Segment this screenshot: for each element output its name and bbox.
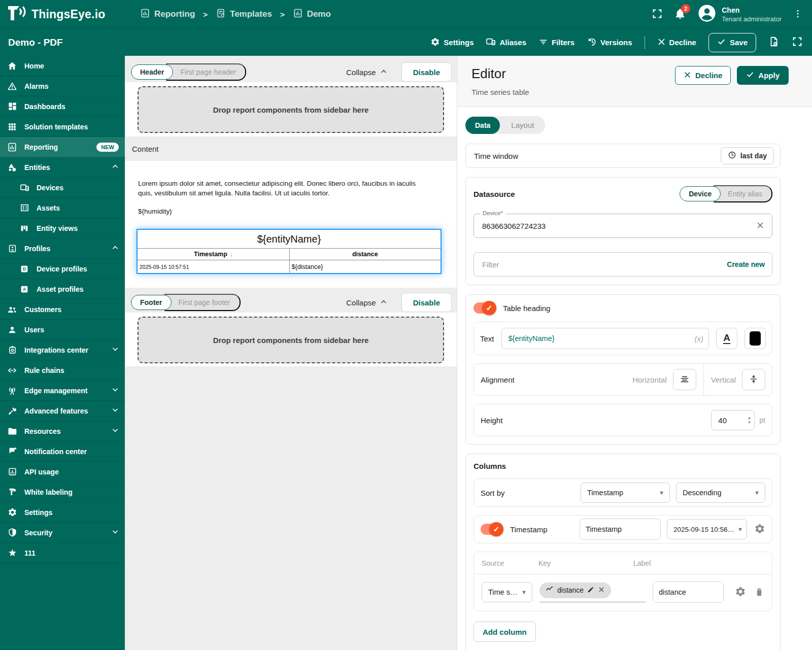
- remove-key-button[interactable]: [598, 586, 605, 595]
- header-dropzone[interactable]: Drop report components from sidebar here: [138, 86, 444, 133]
- sidebar-item-edge-management[interactable]: Edge management: [0, 381, 125, 401]
- breadcrumb-reporting[interactable]: Reporting: [140, 8, 195, 21]
- delete-column-button[interactable]: [754, 587, 764, 598]
- sidebar-item-notification-center[interactable]: Notification center: [0, 441, 125, 462]
- sidebar-item-dashboards[interactable]: Dashboards: [0, 96, 125, 117]
- device-clear-button[interactable]: [756, 221, 772, 231]
- create-new-link[interactable]: Create new: [727, 260, 765, 268]
- key-chip[interactable]: distance: [539, 583, 611, 598]
- user-menu[interactable]: Chen Tenant administrator: [697, 4, 782, 25]
- source-dropdown[interactable]: Time seri... ▼: [482, 582, 532, 602]
- star-icon: [7, 548, 17, 558]
- timestamp-settings-button[interactable]: [754, 523, 765, 536]
- close-icon: [598, 586, 605, 595]
- timestamp-format-dropdown[interactable]: 2025-09-15 10:56:32 ▼: [667, 519, 747, 539]
- filters-button[interactable]: Filters: [538, 37, 574, 48]
- sort-key-dropdown[interactable]: Timestamp ▼: [581, 483, 670, 503]
- sidebar-item-advanced-features[interactable]: Advanced features: [0, 401, 125, 421]
- edit-key-button[interactable]: [587, 586, 594, 595]
- alignment-row: Alignment Horizontal Vertical: [473, 363, 772, 396]
- datasource-type-entity-alias[interactable]: Entity alias: [714, 185, 772, 202]
- sidebar-item-solution-templates[interactable]: Solution templates: [0, 117, 125, 137]
- vertical-align-button[interactable]: [742, 369, 765, 390]
- brand-logo[interactable]: ThingsEye.io: [0, 4, 125, 24]
- heading-text-input[interactable]: ${entityName} (x): [501, 328, 709, 349]
- timestamp-toggle[interactable]: ✓: [481, 524, 502, 535]
- sidebar-item-integrations-center[interactable]: Integrations center: [0, 340, 125, 360]
- gear-icon: [735, 586, 746, 599]
- header-tab[interactable]: Header: [131, 64, 173, 80]
- footer-dropzone[interactable]: Drop report components from sidebar here: [138, 317, 444, 363]
- horizontal-align-button[interactable]: [673, 369, 696, 390]
- sidebar-item-alarms[interactable]: Alarms: [0, 76, 125, 96]
- toolbar-decline-button[interactable]: Decline: [657, 38, 696, 48]
- datasource-type-device[interactable]: Device: [680, 186, 721, 201]
- editor-decline-button[interactable]: Decline: [675, 66, 731, 85]
- sidebar-item-customers[interactable]: Customers: [0, 299, 125, 320]
- footer-disable-button[interactable]: Disable: [401, 293, 452, 312]
- add-column-button[interactable]: Add column: [473, 622, 536, 642]
- color-swatch: [750, 331, 761, 346]
- sidebar-item-security[interactable]: Security: [0, 523, 125, 543]
- sidebar-item-asset-profiles[interactable]: A Asset profiles: [0, 279, 125, 299]
- table-heading-toggle[interactable]: ✓: [473, 302, 495, 314]
- sidebar-item-resources[interactable]: Resources: [0, 421, 125, 441]
- stepper-arrows[interactable]: ▲▼: [747, 416, 751, 425]
- header-collapse-button[interactable]: Collapse: [346, 68, 387, 77]
- breadcrumb-templates[interactable]: Templates: [216, 8, 272, 21]
- generate-report-button[interactable]: [768, 36, 780, 49]
- sidebar-item-rule-chains[interactable]: Rule chains: [0, 360, 125, 381]
- report-paragraph[interactable]: Lorem ipsum dolor sit amet, consectetur …: [137, 179, 421, 198]
- save-button[interactable]: Save: [708, 33, 756, 52]
- height-input[interactable]: 40 ▲▼: [711, 410, 755, 430]
- aliases-button[interactable]: Aliases: [486, 37, 526, 48]
- tab-layout[interactable]: Layout: [500, 116, 545, 134]
- font-settings-button[interactable]: A: [716, 328, 737, 349]
- editor-panel: Editor Time series table Decline Apply: [457, 56, 812, 650]
- selected-table-widget[interactable]: ${entityName} Timestamp ↓ distance 2025-…: [137, 229, 442, 274]
- label-input[interactable]: distance: [653, 581, 724, 603]
- sidebar-item-api-usage[interactable]: API usage: [0, 462, 125, 482]
- assets-icon: [19, 203, 29, 213]
- sidebar-item-home[interactable]: Home: [0, 56, 125, 76]
- breadcrumb-demo[interactable]: Demo: [293, 8, 331, 21]
- footer-tab[interactable]: Footer: [131, 295, 172, 310]
- sidebar-item-users[interactable]: Users: [0, 320, 125, 340]
- sidebar-item-assets[interactable]: Assets: [0, 198, 125, 218]
- sidebar-item-entity-views[interactable]: Entity views: [0, 218, 125, 238]
- device-field[interactable]: Device* 863663062724233: [473, 214, 772, 238]
- notifications-button[interactable]: 2: [674, 8, 686, 21]
- report-variable[interactable]: ${humidity}: [137, 208, 442, 215]
- sidebar-item-profiles[interactable]: Profiles: [0, 238, 125, 259]
- sidebar-item-settings[interactable]: Settings: [0, 502, 125, 523]
- first-page-header-tab[interactable]: First page header: [166, 63, 246, 81]
- more-menu-button[interactable]: [793, 8, 803, 21]
- sidebar-item-entities[interactable]: Entities: [0, 157, 125, 178]
- sidebar-item-device-profiles[interactable]: D Device profiles: [0, 259, 125, 279]
- pencil-icon: [587, 586, 594, 595]
- timestamp-key-input[interactable]: Timestamp: [580, 519, 661, 540]
- versions-button[interactable]: Versions: [587, 37, 632, 48]
- color-swatch-button[interactable]: [745, 328, 766, 349]
- editor-apply-button[interactable]: Apply: [737, 66, 789, 85]
- column-settings-button[interactable]: [735, 586, 746, 599]
- sidebar-item-111[interactable]: 111: [0, 543, 125, 563]
- settings-button[interactable]: Settings: [430, 37, 473, 48]
- grid-icon: [7, 122, 17, 132]
- chevron-down-icon: [112, 406, 119, 415]
- fullscreen-button[interactable]: [652, 8, 663, 21]
- sort-direction-dropdown[interactable]: Descending ▼: [676, 483, 765, 503]
- table-col-distance[interactable]: distance: [289, 249, 441, 260]
- sidebar-item-reporting[interactable]: Reporting NEW: [0, 137, 125, 157]
- sidebar-item-devices[interactable]: Devices: [0, 178, 125, 198]
- tab-data[interactable]: Data: [465, 117, 500, 134]
- expand-editor-button[interactable]: [792, 36, 803, 49]
- sidebar-item-white-labeling[interactable]: White labeling: [0, 482, 125, 502]
- footer-collapse-button[interactable]: Collapse: [346, 298, 387, 307]
- time-window-button[interactable]: last day: [721, 147, 774, 164]
- table-col-timestamp[interactable]: Timestamp ↓: [138, 249, 289, 260]
- header-disable-button[interactable]: Disable: [401, 62, 452, 82]
- editor-title: Editor: [471, 66, 529, 82]
- first-page-footer-tab[interactable]: First page footer: [164, 294, 241, 311]
- filter-field[interactable]: Filter Create new: [473, 252, 772, 277]
